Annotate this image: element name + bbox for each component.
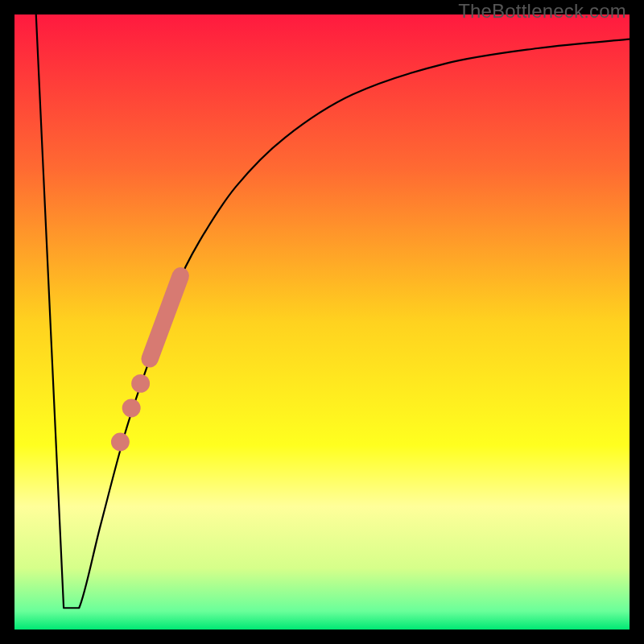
- svg-point-2: [122, 399, 141, 418]
- watermark-text: TheBottleneck.com: [458, 0, 626, 23]
- plot-area: [14, 14, 630, 630]
- svg-point-3: [111, 433, 130, 452]
- chart-svg: [14, 14, 630, 630]
- gradient-background: [14, 14, 630, 630]
- svg-point-1: [131, 374, 150, 393]
